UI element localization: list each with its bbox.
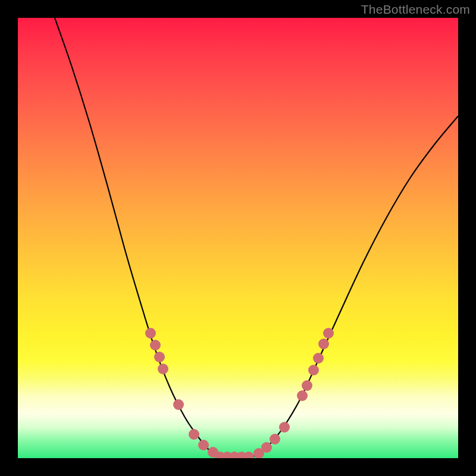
left-dots-point [158, 364, 168, 374]
left-dots-point [189, 429, 199, 440]
left-dots-point [154, 352, 165, 362]
right-dots-point [313, 353, 324, 364]
left-dots-point [145, 328, 156, 339]
plot-area [18, 18, 458, 458]
left-dots-point [173, 399, 184, 410]
right-dots-point [308, 365, 319, 375]
right-dots-point [323, 328, 334, 339]
right-curve [250, 116, 458, 457]
right-dots-point [318, 339, 329, 349]
right-dots-point [270, 434, 280, 444]
left-curve [55, 18, 226, 457]
left-dots-point [150, 340, 161, 350]
chart-frame: TheBottleneck.com [0, 0, 476, 476]
chart-svg [18, 18, 458, 458]
right-dots-point [297, 390, 308, 401]
right-dots-point [261, 442, 272, 453]
watermark-text: TheBottleneck.com [361, 2, 470, 17]
right-dots-point [302, 380, 312, 391]
right-dots-point [279, 422, 290, 433]
left-dots-point [198, 440, 209, 450]
plateau-dots-point [243, 452, 254, 458]
